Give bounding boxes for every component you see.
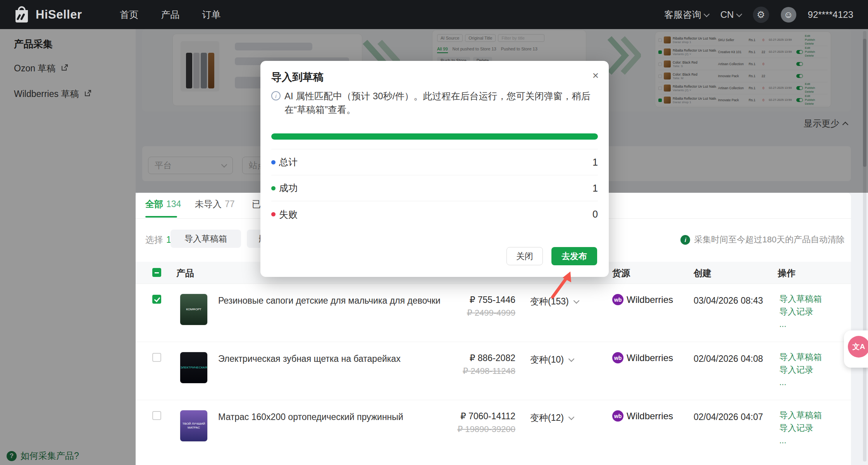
column-header-source: 货源	[612, 267, 630, 279]
modal-footer: 关闭 去发布	[506, 247, 597, 265]
stat-value: 0	[592, 209, 598, 220]
modal-title: 导入到草稿	[271, 70, 324, 84]
product-thumbnail: КОМФОРТ	[180, 294, 208, 325]
settings-button[interactable]: ⚙	[753, 7, 769, 23]
old-price: ₽ 19890-39200	[422, 424, 515, 434]
price-block: ₽ 886-2082 ₽ 2498-11248	[422, 353, 515, 376]
import-record-link[interactable]: 导入记录	[779, 306, 822, 318]
chevron-down-icon	[568, 356, 575, 362]
auto-clean-notice: i 采集时间至今超过180天的产品自动清除	[680, 234, 845, 245]
support-dropdown[interactable]: 客服咨询	[664, 9, 709, 21]
import-draft-link[interactable]: 导入草稿箱	[779, 351, 822, 363]
source-cell: wbWildberries	[612, 352, 673, 363]
info-icon: i	[680, 235, 690, 245]
chevron-down-icon	[736, 11, 742, 17]
tab-imported[interactable]: 已	[252, 198, 261, 210]
row-actions: 导入草稿箱 导入记录 ...	[779, 410, 822, 446]
row-actions: 导入草稿箱 导入记录 ...	[779, 351, 822, 388]
gear-icon: ⚙	[757, 9, 765, 20]
product-thumbnail: ЭЛЕКТРИЧЕСКАЯ	[180, 352, 208, 384]
nav-item-orders[interactable]: 订单	[202, 9, 220, 21]
more-actions-link[interactable]: ...	[779, 435, 822, 446]
created-cell: 02/04/2026 04:07	[694, 412, 763, 422]
column-header-product: 产品	[176, 267, 194, 279]
old-price: ₽ 2499-4999	[422, 308, 515, 318]
shopping-bag-logo-icon	[13, 5, 30, 25]
product-title: Электрическая зубная щетка на батарейках	[218, 354, 401, 364]
product-title: Матрас 160x200 ортопедический пружинный	[218, 412, 403, 422]
more-actions-link[interactable]: ...	[779, 318, 822, 330]
wildberries-icon: wb	[612, 410, 623, 422]
price: ₽ 755-1446	[422, 295, 515, 305]
app-window: HiSeller 首页 产品 订单 客服咨询 CN ⚙ ☺ 92****4123…	[0, 0, 868, 465]
wildberries-icon: wb	[612, 294, 623, 305]
more-actions-link[interactable]: ...	[779, 377, 822, 388]
stat-row-total: 总计 1	[271, 149, 598, 175]
stat-value: 1	[592, 157, 598, 168]
selected-count: 选择1	[145, 234, 171, 246]
variants-dropdown[interactable]: 变种(12)	[530, 412, 574, 424]
translate-button[interactable]: 文A	[848, 336, 868, 358]
import-record-link[interactable]: 导入记录	[779, 422, 822, 434]
avatar[interactable]: ☺	[781, 7, 796, 22]
tab-all[interactable]: 全部134	[145, 198, 181, 210]
source-cell: wbWildberries	[612, 294, 673, 305]
column-header-created: 创建	[694, 267, 711, 279]
progress-bar	[271, 133, 598, 140]
row-checkbox[interactable]	[152, 353, 161, 362]
annotation-arrow-icon	[546, 268, 580, 305]
nav-item-products[interactable]: 产品	[161, 9, 179, 21]
old-price: ₽ 2498-11248	[422, 366, 515, 376]
stat-row-failed: 失败 0	[271, 201, 598, 227]
tab-not-imported[interactable]: 未导入77	[195, 198, 235, 210]
modal-info-text: AI 属性匹配中（预计 30秒/件）。此过程在后台运行，您可关闭弹窗，稍后在“草…	[284, 90, 599, 117]
brand-name: HiSeller	[36, 8, 82, 22]
created-cell: 03/04/2026 08:43	[694, 296, 763, 306]
import-to-drafts-button[interactable]: 导入草稿箱	[170, 230, 241, 248]
import-record-link[interactable]: 导入记录	[779, 364, 822, 376]
table-row: ЭЛЕКТРИЧЕСКАЯ Электрическая зубная щетка…	[136, 342, 851, 400]
price: ₽ 886-2082	[422, 353, 515, 363]
row-checkbox[interactable]	[152, 411, 161, 420]
progress-fill	[271, 133, 598, 140]
modal-info: i AI 属性匹配中（预计 30秒/件）。此过程在后台运行，您可关闭弹窗，稍后在…	[271, 90, 599, 117]
top-navbar: HiSeller 首页 产品 订单 客服咨询 CN ⚙ ☺ 92****4123	[0, 0, 868, 29]
go-publish-button[interactable]: 去发布	[551, 247, 597, 265]
chevron-down-icon	[704, 11, 710, 17]
product-title: Резиновые сапоги детские для мальчика дл…	[218, 296, 441, 306]
nav-item-home[interactable]: 首页	[120, 9, 138, 21]
language-dropdown[interactable]: CN	[720, 9, 741, 20]
row-actions: 导入草稿箱 导入记录 ...	[779, 293, 822, 330]
price-block: ₽ 7060-14112 ₽ 19890-39200	[422, 411, 515, 434]
nav-menu: 首页 产品 订单	[120, 9, 220, 21]
source-cell: wbWildberries	[612, 410, 673, 422]
price: ₽ 7060-14112	[422, 411, 515, 422]
product-thumbnail: ТВОЙ ЛУЧШИЙ МАТРАС	[180, 410, 208, 442]
user-id[interactable]: 92****4123	[808, 9, 853, 20]
red-dot-icon	[271, 212, 276, 216]
wildberries-icon: wb	[612, 352, 623, 363]
import-to-draft-modal: 导入到草稿 × i AI 属性匹配中（预计 30秒/件）。此过程在后台运行，您可…	[260, 61, 609, 277]
select-all-checkbox[interactable]	[152, 268, 161, 277]
import-draft-link[interactable]: 导入草稿箱	[779, 293, 822, 305]
close-icon[interactable]: ×	[592, 70, 599, 81]
row-checkbox[interactable]	[152, 295, 161, 304]
chevron-down-icon	[568, 414, 575, 420]
stat-row-success: 成功 1	[271, 175, 598, 201]
table-row: ТВОЙ ЛУЧШИЙ МАТРАС Матрас 160x200 ортопе…	[136, 400, 851, 458]
info-circle-icon: i	[271, 91, 281, 100]
brand[interactable]: HiSeller	[13, 5, 82, 25]
stat-value: 1	[592, 183, 598, 194]
green-dot-icon	[271, 186, 276, 190]
blue-dot-icon	[271, 160, 276, 164]
floating-widget: 文A	[844, 330, 868, 368]
translate-icon: 文A	[852, 342, 865, 352]
price-block: ₽ 755-1446 ₽ 2499-4999	[422, 295, 515, 318]
created-cell: 02/04/2026 04:08	[694, 354, 763, 364]
import-draft-link[interactable]: 导入草稿箱	[779, 410, 822, 421]
active-tab-underline	[145, 216, 177, 218]
variants-dropdown[interactable]: 变种(10)	[530, 354, 574, 366]
navbar-right: 客服咨询 CN ⚙ ☺ 92****4123	[664, 7, 853, 23]
table-row: КОМФОРТ Резиновые сапоги детские для мал…	[136, 284, 851, 342]
close-button[interactable]: 关闭	[506, 247, 543, 265]
